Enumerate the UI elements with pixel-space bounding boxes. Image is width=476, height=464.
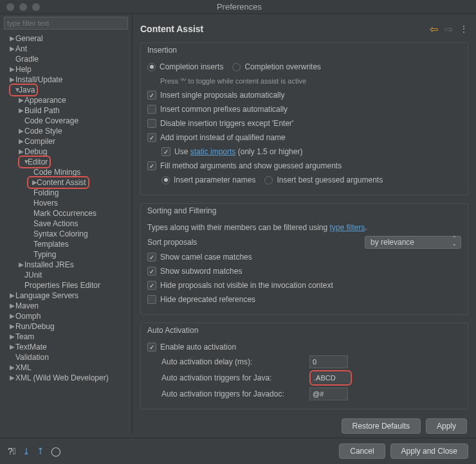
check-single-proposals[interactable] bbox=[147, 91, 156, 100]
java-triggers-input[interactable] bbox=[311, 372, 350, 384]
filter-input[interactable] bbox=[4, 17, 128, 30]
tree-item-run-debug[interactable]: ▶Run/Debug bbox=[0, 321, 132, 332]
tree-item-label: JUnit bbox=[24, 270, 42, 280]
radio-completion-overwrites[interactable] bbox=[232, 63, 241, 71]
label-best-guessed: Insert best guessed arguments bbox=[277, 175, 383, 184]
zoom-dot[interactable] bbox=[32, 3, 40, 11]
check-subword[interactable] bbox=[147, 267, 156, 276]
tree-item-hovers[interactable]: Hovers bbox=[0, 198, 132, 208]
tree-item-oomph[interactable]: ▶Oomph bbox=[0, 311, 132, 321]
tree-item-java[interactable]: ▼Java bbox=[0, 85, 132, 95]
tree-arrow-icon: ▶ bbox=[9, 342, 15, 352]
tree-item-folding[interactable]: Folding bbox=[0, 188, 132, 198]
tree-item-save-actions[interactable]: Save Actions bbox=[0, 219, 132, 229]
apply-close-button[interactable]: Apply and Close bbox=[390, 443, 468, 459]
radio-completion-inserts[interactable] bbox=[147, 63, 156, 71]
check-common-prefixes[interactable] bbox=[147, 105, 156, 114]
sidebar: ▶General▶AntGradle▶Help▶Install/Update▼J… bbox=[0, 14, 133, 434]
progress-icon[interactable]: ◯ bbox=[51, 446, 61, 456]
minimize-dot[interactable] bbox=[19, 3, 27, 11]
tree-item-textmate[interactable]: ▶TextMate bbox=[0, 342, 132, 352]
tree-item-mark-occurrences[interactable]: Mark Occurrences bbox=[0, 208, 132, 219]
help-icon[interactable]: ?⃝ bbox=[8, 446, 16, 456]
check-static-imports[interactable] bbox=[161, 147, 170, 156]
tree-item-general[interactable]: ▶General bbox=[0, 33, 132, 44]
tree-item-maven[interactable]: ▶Maven bbox=[0, 301, 132, 311]
tree-item-xml-wild-web-developer-[interactable]: ▶XML (Wild Web Developer) bbox=[0, 373, 132, 383]
delay-label: Auto activation delay (ms): bbox=[161, 357, 309, 366]
tree-item-editor[interactable]: ▼Editor bbox=[0, 157, 132, 167]
filter-post: . bbox=[365, 223, 367, 232]
check-fill-args[interactable] bbox=[147, 161, 156, 170]
label-completion-overwrites: Completion overwrites bbox=[244, 62, 321, 71]
tree-item-ant[interactable]: ▶Ant bbox=[0, 44, 132, 54]
sort-proposals-select[interactable]: by relevance bbox=[365, 236, 461, 249]
tree-item-label: Code Coverage bbox=[24, 116, 78, 126]
check-disable-triggers[interactable] bbox=[147, 119, 156, 128]
tree-item-properties-files-editor[interactable]: Properties Files Editor bbox=[0, 280, 132, 290]
tree-item-label: Hovers bbox=[33, 198, 58, 208]
tree-arrow-icon: ▼ bbox=[21, 157, 28, 167]
auto-title: Auto Activation bbox=[147, 326, 198, 335]
static-imports-link[interactable]: static imports bbox=[190, 147, 236, 156]
forward-icon[interactable]: ⇨ bbox=[444, 23, 453, 35]
tree-arrow-icon: ▶ bbox=[9, 64, 15, 75]
tree-item-typing[interactable]: Typing bbox=[0, 249, 132, 260]
check-hide-invoc[interactable] bbox=[147, 281, 156, 290]
tree-item-xml[interactable]: ▶XML bbox=[0, 362, 132, 373]
tree-item-code-style[interactable]: ▶Code Style bbox=[0, 126, 132, 136]
radio-best-guessed[interactable] bbox=[264, 176, 273, 184]
delay-input[interactable] bbox=[309, 355, 348, 368]
tree-item-templates[interactable]: Templates bbox=[0, 239, 132, 249]
label-enable-auto: Enable auto activation bbox=[160, 343, 236, 352]
tree-item-help[interactable]: ▶Help bbox=[0, 64, 132, 75]
check-enable-auto[interactable] bbox=[147, 343, 156, 352]
tree-item-syntax-coloring[interactable]: Syntax Coloring bbox=[0, 229, 132, 239]
apply-button[interactable]: Apply bbox=[426, 418, 467, 434]
tree-item-compiler[interactable]: ▶Compiler bbox=[0, 136, 132, 147]
tree-arrow-icon: ▶ bbox=[9, 362, 15, 373]
tree-item-content-assist[interactable]: ▶Content Assist bbox=[0, 177, 132, 188]
tree-item-installed-jres[interactable]: ▶Installed JREs bbox=[0, 260, 132, 270]
tree-item-gradle[interactable]: Gradle bbox=[0, 54, 132, 64]
tree-item-label: Folding bbox=[33, 188, 59, 198]
tree-item-language-servers[interactable]: ▶Language Servers bbox=[0, 290, 132, 301]
javadoc-triggers-input[interactable] bbox=[309, 388, 348, 400]
tree-item-code-coverage[interactable]: Code Coverage bbox=[0, 116, 132, 126]
menu-icon[interactable]: ⋮ bbox=[459, 24, 468, 34]
export-icon[interactable]: ⤒ bbox=[37, 446, 44, 456]
tree-item-junit[interactable]: JUnit bbox=[0, 270, 132, 280]
tree-item-label: Save Actions bbox=[33, 219, 78, 229]
tree-arrow-icon: ▶ bbox=[9, 321, 15, 332]
insertion-section: Insertion Completion inserts Completion … bbox=[140, 42, 468, 195]
radio-param-names[interactable] bbox=[161, 176, 170, 184]
preference-tree[interactable]: ▶General▶AntGradle▶Help▶Install/Update▼J… bbox=[0, 32, 132, 434]
tree-item-label: Build Path bbox=[24, 105, 60, 116]
window-controls[interactable] bbox=[6, 3, 40, 11]
tree-item-label: XML (Wild Web Developer) bbox=[15, 373, 109, 383]
back-icon[interactable]: ⇦ bbox=[430, 23, 438, 35]
cancel-button[interactable]: Cancel bbox=[339, 443, 385, 459]
main-panel: Content Assist ⇦ ⇨ ⋮ Insertion Completio… bbox=[133, 14, 476, 434]
type-filters-link[interactable]: type filters bbox=[329, 223, 365, 232]
check-camel[interactable] bbox=[147, 253, 156, 262]
restore-defaults-button[interactable]: Restore Defaults bbox=[342, 418, 421, 434]
tree-item-build-path[interactable]: ▶Build Path bbox=[0, 105, 132, 116]
tree-item-label: Templates bbox=[33, 239, 69, 249]
tree-item-label: Appearance bbox=[24, 95, 66, 105]
footer: ?⃝ ⤓ ⤒ ◯ Cancel Apply and Close bbox=[0, 438, 476, 464]
close-dot[interactable] bbox=[6, 3, 14, 11]
tree-item-appearance[interactable]: ▶Appearance bbox=[0, 95, 132, 105]
insertion-title: Insertion bbox=[147, 46, 177, 55]
check-hide-depr[interactable] bbox=[147, 295, 156, 304]
tree-item-validation[interactable]: Validation bbox=[0, 352, 132, 362]
import-icon[interactable]: ⤓ bbox=[23, 446, 30, 456]
tree-item-label: Typing bbox=[33, 249, 56, 260]
tree-arrow-icon: ▶ bbox=[9, 44, 15, 54]
tree-item-team[interactable]: ▶Team bbox=[0, 332, 132, 342]
tree-arrow-icon: ▶ bbox=[18, 126, 24, 136]
tree-item-label: Mark Occurrences bbox=[33, 208, 96, 219]
check-add-import[interactable] bbox=[147, 133, 156, 142]
label-static-imports: Use static imports (only 1.5 or higher) bbox=[174, 147, 302, 156]
tree-item-label: Team bbox=[15, 332, 34, 342]
